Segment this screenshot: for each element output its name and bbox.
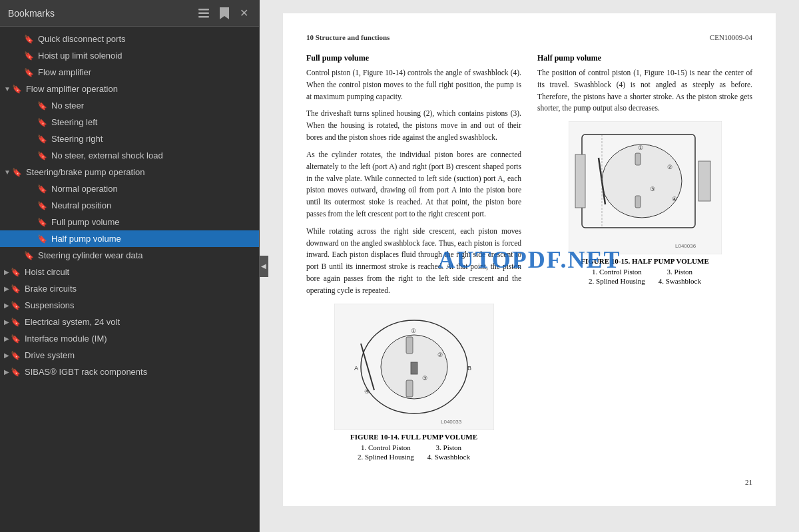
- figure-10-14-captions: 1. Control Piston 2. Splined Housing 3. …: [306, 443, 521, 461]
- sidebar-item-drive-system[interactable]: ▶ 🔖 Drive system: [0, 347, 259, 364]
- sidebar-item-half-pump-volume[interactable]: 🔖 Half pump volume: [0, 230, 259, 247]
- bookmark-icon-flow-amp-op: 🔖: [12, 85, 22, 94]
- bookmark-icon-sibas-igbt: 🔖: [11, 368, 21, 377]
- sidebar-label-brake-circuits: Brake circuits: [25, 284, 254, 294]
- sidebar-item-brake-circuits[interactable]: ▶ 🔖 Brake circuits: [0, 280, 259, 297]
- sidebar-item-suspensions[interactable]: ▶ 🔖 Suspensions: [0, 297, 259, 314]
- svg-rect-22: [635, 196, 641, 208]
- bookmark-icon-hoist-up: 🔖: [24, 51, 34, 61]
- bookmark-icon-steering-left: 🔖: [37, 118, 47, 127]
- svg-text:①: ①: [638, 144, 643, 151]
- sidebar-label-steering-brake: Steering/brake pump operation: [26, 167, 254, 177]
- figure-10-14-diagram: A B ① ② ③ ④ L040033: [334, 304, 494, 430]
- sidebar-item-flow-amplifier-operation[interactable]: ▼ 🔖 Flow amplifier operation: [0, 81, 259, 97]
- sidebar-item-hoist-circuit[interactable]: ▶ 🔖 Hoist circuit: [0, 264, 259, 280]
- bookmark-icon-full-pump-volume: 🔖: [37, 218, 47, 227]
- svg-rect-1: [198, 12, 209, 14]
- svg-point-19: [602, 144, 682, 218]
- bookmark-icon-button[interactable]: [217, 6, 232, 21]
- page-header-right: CEN10009-04: [710, 33, 752, 41]
- svg-rect-6: [406, 337, 413, 354]
- bookmark-icon-steering-brake: 🔖: [12, 168, 22, 177]
- sidebar-item-quick-disconnect[interactable]: 🔖 Quick disconnect ports: [0, 31, 259, 47]
- sidebar-item-steering-brake-pump[interactable]: ▼ 🔖 Steering/brake pump operation: [0, 164, 259, 180]
- caption-hp-1: 1. Control Piston: [589, 268, 645, 276]
- sidebar-label-electrical-system: Electrical system, 24 volt: [25, 317, 254, 327]
- full-pump-para-2: The driveshaft turns splined housing (2)…: [306, 108, 521, 143]
- sidebar-label-half-pump-volume: Half pump volume: [51, 234, 254, 244]
- bookmark-icon-steering-cylinder-wear: 🔖: [24, 251, 34, 260]
- svg-text:B: B: [467, 365, 471, 372]
- svg-text:①: ①: [411, 328, 416, 334]
- sidebar-label-full-pump-volume: Full pump volume: [51, 217, 254, 227]
- figure-10-15-label: FIGURE 10-15. HALF PUMP VOLUME: [537, 257, 752, 265]
- close-sidebar-button[interactable]: ✕: [237, 5, 251, 21]
- sidebar-item-sibas-igbt[interactable]: ▶ 🔖 SIBAS® IGBT rack components: [0, 364, 259, 380]
- figure-10-15-container: ① ② ③ ④ L040036 FIGURE 10-15. HALF PUMP …: [537, 121, 752, 285]
- collapse-arrow-electrical: ▶: [4, 318, 9, 326]
- sidebar-label-steering-left: Steering left: [51, 117, 254, 127]
- sidebar-title: Bookmarks: [8, 8, 55, 19]
- svg-text:②: ②: [667, 164, 672, 170]
- page-number: 21: [306, 478, 752, 486]
- figure-10-15-captions: 1. Control Piston 2. Splined Housing 3. …: [537, 268, 752, 285]
- svg-text:L040036: L040036: [675, 243, 696, 249]
- bookmark-icon-quick-disconnect: 🔖: [24, 35, 34, 44]
- svg-text:A: A: [354, 365, 358, 372]
- figure-10-14-label: FIGURE 10-14. FULL PUMP VOLUME: [306, 433, 521, 441]
- caption-fp-4: 4. Swashblock: [427, 453, 470, 461]
- collapse-arrow-hoist: ▶: [4, 268, 9, 276]
- svg-rect-15: [411, 362, 417, 374]
- collapse-arrow-flow-amp-op: ▼: [4, 85, 11, 93]
- caption-fp-1: 1. Control Piston: [358, 443, 414, 451]
- svg-text:③: ③: [422, 375, 427, 382]
- collapse-arrow-steering-brake: ▼: [4, 168, 11, 176]
- sidebar-collapse-toggle[interactable]: ◀: [259, 256, 268, 277]
- sidebar-item-no-steer-external[interactable]: 🔖 No steer, external shock load: [0, 147, 259, 164]
- sidebar-item-electrical-system[interactable]: ▶ 🔖 Electrical system, 24 volt: [0, 314, 259, 330]
- sidebar-header: Bookmarks ✕: [0, 0, 259, 27]
- bookmark-icon-electrical-system: 🔖: [11, 318, 21, 327]
- bookmark-icon-drive-system: 🔖: [11, 351, 21, 360]
- sidebar-item-no-steer[interactable]: 🔖 No steer: [0, 97, 259, 114]
- page-content: 10 Structure and functions CEN10009-04 F…: [283, 13, 776, 506]
- half-pump-para-1: The position of control piston (1, Figur…: [537, 67, 752, 115]
- sidebar-item-interface-module[interactable]: ▶ 🔖 Interface module (IM): [0, 330, 259, 347]
- sidebar-menu-button[interactable]: [196, 7, 212, 19]
- bookmark-icon-interface-module: 🔖: [11, 334, 21, 344]
- sidebar-item-steering-right[interactable]: 🔖 Steering right: [0, 131, 259, 147]
- page-header-left: 10 Structure and functions: [306, 33, 390, 41]
- sidebar-item-normal-operation[interactable]: 🔖 Normal operation: [0, 180, 259, 197]
- svg-text:L040033: L040033: [441, 419, 462, 425]
- sidebar-label-normal-operation: Normal operation: [51, 184, 254, 194]
- sidebar-item-flow-amplifier[interactable]: 🔖 Flow amplifier: [0, 64, 259, 81]
- sidebar-label-flow-amp-op: Flow amplifier operation: [26, 84, 254, 94]
- bookmark-icon-no-steer-external: 🔖: [37, 151, 47, 160]
- sidebar-label-flow-amplifier: Flow amplifier: [38, 67, 254, 77]
- full-pump-para-1: Control piston (1, Figure 10-14) control…: [306, 67, 521, 103]
- sidebar-item-steering-left[interactable]: 🔖 Steering left: [0, 114, 259, 131]
- sidebar-item-neutral-position[interactable]: 🔖 Neutral position: [0, 197, 259, 214]
- full-pump-para-3: As the cylinder rotates, the individual …: [306, 149, 521, 220]
- bookmark-icon-hoist-circuit: 🔖: [11, 268, 21, 277]
- half-pump-column: Half pump volume The position of control…: [537, 53, 752, 467]
- sidebar-item-steering-cylinder-wear[interactable]: 🔖 Steering cylinder wear data: [0, 247, 259, 264]
- sidebar-content: 🔖 Quick disconnect ports 🔖 Hoist up limi…: [0, 27, 259, 532]
- figure-10-15-diagram: ① ② ③ ④ L040036: [569, 121, 722, 254]
- sidebar-label-suspensions: Suspensions: [25, 300, 254, 310]
- svg-rect-7: [406, 380, 413, 397]
- collapse-arrow-brake: ▶: [4, 285, 9, 292]
- sidebar-label-no-steer-external: No steer, external shock load: [51, 150, 254, 160]
- svg-rect-28: [575, 154, 585, 208]
- sidebar-header-icons: ✕: [196, 5, 251, 21]
- figure-10-14-container: A B ① ② ③ ④ L040033 FIGURE 10-14. FULL P…: [306, 304, 521, 461]
- page-header: 10 Structure and functions CEN10009-04: [306, 33, 752, 41]
- bookmark-icon-no-steer: 🔖: [37, 101, 47, 111]
- sidebar-item-hoist-up[interactable]: 🔖 Hoist up limit solenoid: [0, 47, 259, 64]
- svg-rect-0: [198, 9, 209, 11]
- bookmark-icon-flow-amplifier: 🔖: [24, 68, 34, 77]
- sidebar-label-drive-system: Drive system: [25, 350, 254, 360]
- sidebar-label-sibas-igbt: SIBAS® IGBT rack components: [25, 367, 254, 377]
- bookmark-icon-half-pump-volume: 🔖: [37, 234, 47, 244]
- sidebar-item-full-pump-volume[interactable]: 🔖 Full pump volume: [0, 214, 259, 230]
